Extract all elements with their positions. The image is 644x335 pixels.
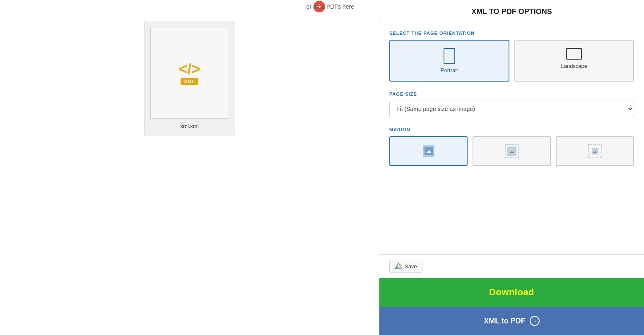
page-size-label: PAGE SIZE [389,92,634,96]
save-row: Save [379,254,644,278]
file-name-label: xml.xml [180,123,198,129]
portrait-button[interactable]: Portrait [389,40,509,82]
page-size-select[interactable]: Fit (Same page size as image) A4 Letter … [389,101,634,117]
xml-to-pdf-button[interactable]: XML to PDF → [379,307,644,335]
margin-label: MARGIN [389,127,634,132]
xml-to-pdf-label: XML to PDF [484,317,526,325]
file-preview: </> XML [150,28,229,119]
arrow-circle-icon: → [530,316,540,326]
options-body: SELECT THE PAGE ORIENTATION Portrait Lan… [379,22,644,254]
margin-big-button[interactable]: ⛰ [556,136,634,166]
svg-text:⛰: ⛰ [426,148,431,154]
left-panel: + or drop PDFs here </> XML xml.xml [0,0,379,335]
svg-marker-10 [395,265,399,269]
save-button[interactable]: Save [389,260,422,273]
margin-no-button[interactable]: ⛰ [389,136,468,166]
margin-section: MARGIN ⛰ ⛰ [389,127,634,166]
portrait-shape-icon [444,48,455,64]
xml-tag-symbol: </> [178,62,200,77]
orientation-label: SELECT THE PAGE ORIENTATION [389,31,634,36]
margin-big-icon: ⛰ [588,144,603,159]
svg-text:⛰: ⛰ [593,150,597,154]
portrait-label: Portrait [441,67,458,73]
save-label: Save [405,263,417,270]
orientation-row: Portrait Landscape [389,40,634,82]
xml-badge: XML [181,78,198,85]
file-card: </> XML xml.xml [144,21,235,136]
margin-small-icon: ⛰ [504,144,519,159]
margin-small-button[interactable]: ⛰ [473,136,551,166]
options-title: XML TO PDF OPTIONS [379,0,644,22]
drop-hint-text: or drop PDFs here [306,3,354,10]
margin-no-icon: ⛰ [421,144,436,159]
gdrive-icon [395,263,402,270]
right-panel: XML TO PDF OPTIONS SELECT THE PAGE ORIEN… [379,0,644,335]
landscape-button[interactable]: Landscape [514,40,634,82]
landscape-shape-icon [566,48,582,60]
xml-file-icon: </> XML [178,62,200,85]
page-size-section: PAGE SIZE Fit (Same page size as image) … [389,92,634,117]
download-button[interactable]: Download [379,278,644,307]
margin-row: ⛰ ⛰ ⛰ [389,136,634,166]
landscape-label: Landscape [561,63,587,69]
svg-text:⛰: ⛰ [510,149,514,154]
